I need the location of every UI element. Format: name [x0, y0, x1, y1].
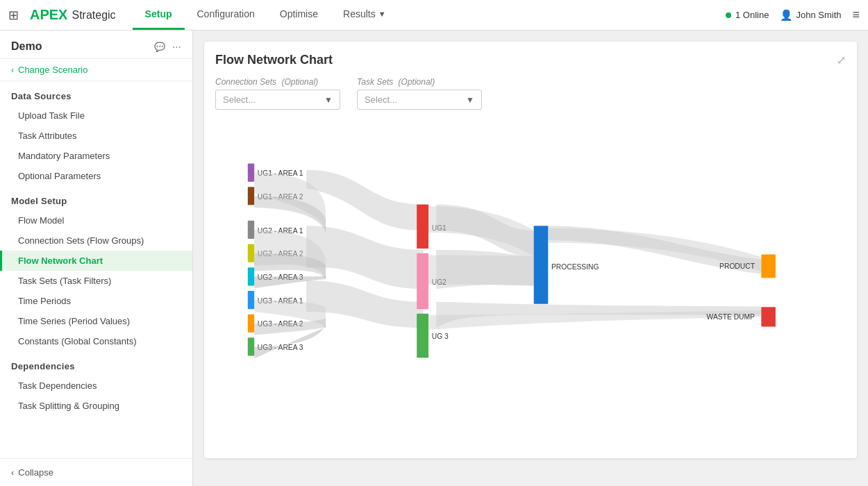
sidebar-item-constants[interactable]: Constants (Global Constants)	[0, 331, 192, 351]
svg-rect-4	[248, 221, 254, 239]
panel-title: Flow Network Chart	[215, 53, 333, 67]
panel-header: Flow Network Chart ⤢	[215, 53, 846, 67]
svg-text:UG 3: UG 3	[432, 333, 449, 340]
task-sets-dropdown-arrow: ▼	[466, 95, 474, 105]
user-icon: 👤	[780, 9, 793, 22]
task-sets-label: Task Sets (Optional)	[357, 77, 482, 87]
collapse-chevron-icon: ‹	[11, 467, 14, 478]
logo: APEX Strategic	[30, 7, 116, 23]
change-scenario-back[interactable]: ‹ Change Scenario	[0, 59, 192, 81]
svg-rect-18	[417, 253, 428, 310]
connection-sets-label: Connection Sets (Optional)	[215, 77, 340, 87]
task-sets-select[interactable]: Select... ▼	[357, 90, 482, 110]
chart-area: UG1 - AREA 1 UG1 - AREA 2 UG2 - AREA 1 U…	[215, 121, 846, 401]
nav-tabs: Setup Configuration Optimise Results ▼	[133, 0, 726, 30]
section-title-dependencies: Dependencies	[0, 351, 192, 376]
sidebar-item-connection-sets[interactable]: Connection Sets (Flow Groups)	[0, 231, 192, 251]
svg-text:PROCESSING: PROCESSING	[551, 263, 599, 271]
more-options-icon[interactable]: ⋯	[172, 42, 181, 52]
sidebar-item-task-splitting[interactable]: Task Splitting & Grouping	[0, 396, 192, 416]
svg-rect-10	[248, 291, 254, 309]
logo-apex: APEX	[30, 7, 67, 23]
sidebar-item-optional-parameters[interactable]: Optional Parameters	[0, 166, 192, 186]
sidebar-item-task-attributes[interactable]: Task Attributes	[0, 126, 192, 146]
top-navigation: ⊞ APEX Strategic Setup Configuration Opt…	[0, 0, 868, 31]
svg-rect-26	[761, 307, 776, 326]
online-status: 1 Online	[726, 10, 769, 20]
svg-rect-24	[761, 255, 776, 278]
svg-rect-0	[248, 163, 254, 181]
hamburger-menu[interactable]: ≡	[852, 8, 860, 22]
tab-optimise[interactable]: Optimise	[267, 0, 331, 30]
filters-row: Connection Sets (Optional) Select... ▼ T…	[215, 77, 846, 110]
sidebar-item-flow-network-chart[interactable]: Flow Network Chart	[0, 251, 192, 271]
sidebar: Demo 💬 ⋯ ‹ Change Scenario Data Sources …	[0, 31, 193, 486]
svg-rect-22	[534, 226, 549, 303]
svg-rect-14	[248, 337, 254, 355]
chat-icon[interactable]: 💬	[154, 42, 165, 52]
topnav-right: 1 Online 👤 John Smith ≡	[726, 8, 860, 22]
sidebar-item-upload-task-file[interactable]: Upload Task File	[0, 106, 192, 126]
collapse-button[interactable]: ‹ Collapse	[0, 458, 192, 486]
section-title-data-sources: Data Sources	[0, 81, 192, 106]
online-dot	[726, 12, 731, 18]
sidebar-item-mandatory-parameters[interactable]: Mandatory Parameters	[0, 146, 192, 166]
connection-sets-select[interactable]: Select... ▼	[215, 90, 340, 110]
svg-rect-6	[248, 244, 254, 262]
sidebar-title: Demo	[11, 40, 42, 53]
expand-icon[interactable]: ⤢	[837, 53, 846, 67]
task-sets-filter: Task Sets (Optional) Select... ▼	[357, 77, 482, 110]
tab-setup[interactable]: Setup	[133, 0, 185, 30]
flow-network-panel: Flow Network Chart ⤢ Connection Sets (Op…	[204, 42, 857, 458]
svg-rect-2	[248, 187, 254, 205]
svg-text:WASTE DUMP: WASTE DUMP	[707, 313, 755, 321]
svg-rect-16	[417, 204, 428, 249]
svg-rect-20	[417, 314, 428, 358]
main-layout: Demo 💬 ⋯ ‹ Change Scenario Data Sources …	[0, 31, 868, 486]
tab-results[interactable]: Results ▼	[331, 0, 399, 30]
flow-network-svg: UG1 - AREA 1 UG1 - AREA 2 UG2 - AREA 1 U…	[215, 128, 846, 392]
results-dropdown-arrow: ▼	[378, 10, 386, 18]
back-chevron-icon: ‹	[11, 65, 14, 75]
sidebar-item-task-sets[interactable]: Task Sets (Task Filters)	[0, 271, 192, 291]
tab-configuration[interactable]: Configuration	[185, 0, 267, 30]
svg-rect-8	[248, 267, 254, 285]
sidebar-item-time-periods[interactable]: Time Periods	[0, 291, 192, 311]
sidebar-item-flow-model[interactable]: Flow Model	[0, 210, 192, 231]
sidebar-header: Demo 💬 ⋯	[0, 31, 192, 59]
sidebar-header-icons: 💬 ⋯	[154, 42, 181, 52]
logo-strategic: Strategic	[72, 9, 115, 22]
connection-sets-dropdown-arrow: ▼	[324, 95, 333, 105]
sidebar-item-time-series[interactable]: Time Series (Period Values)	[0, 311, 192, 331]
main-content: Flow Network Chart ⤢ Connection Sets (Op…	[193, 31, 868, 486]
section-title-model-setup: Model Setup	[0, 186, 192, 210]
svg-rect-12	[248, 315, 254, 333]
svg-text:PRODUCT: PRODUCT	[719, 262, 756, 270]
user-profile[interactable]: 👤 John Smith	[780, 9, 841, 22]
connection-sets-filter: Connection Sets (Optional) Select... ▼	[215, 77, 340, 110]
sidebar-item-task-dependencies[interactable]: Task Dependencies	[0, 376, 192, 396]
apps-grid-icon[interactable]: ⊞	[8, 8, 19, 23]
